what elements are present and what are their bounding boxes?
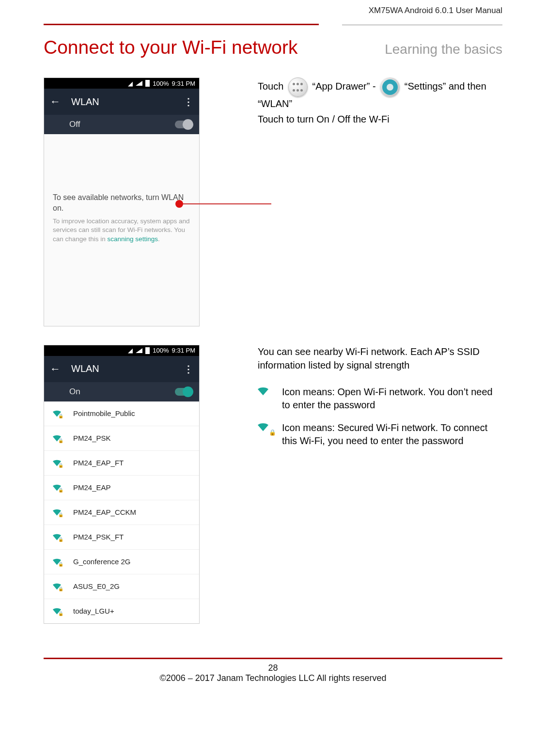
wifi-network-row[interactable]: 🔒PM24_PSK: [44, 426, 199, 450]
wifi-open-icon: [258, 386, 275, 399]
top-rules: [44, 19, 502, 25]
wifi-ssid: PM24_EAP_CCKM: [73, 508, 136, 516]
wifi-ssid: G_conference 2G: [73, 557, 130, 566]
page-title: Connect to your Wi-Fi network: [44, 37, 298, 58]
wifi-network-row[interactable]: 🔒PM24_PSK_FT: [44, 525, 199, 549]
wifi-signal-icon: 🔒: [53, 606, 63, 616]
section-wifi-on: ◢ 100% 9:31 PM ← WLAN ⋮ On 🔒Pointmobile_…: [44, 345, 502, 624]
battery-icon: [145, 347, 150, 354]
battery-percent: 100%: [153, 80, 169, 87]
phone-screenshot-on: ◢ 100% 9:31 PM ← WLAN ⋮ On 🔒Pointmobile_…: [44, 345, 200, 624]
wifi-signal-icon: 🔒: [53, 433, 63, 443]
phone-body-off: To see available networks, turn WLAN on.…: [44, 134, 199, 326]
lock-icon: 🔒: [58, 586, 63, 591]
overflow-menu-icon[interactable]: ⋮: [184, 363, 193, 375]
overflow-menu-icon[interactable]: ⋮: [184, 96, 193, 108]
wifi-network-row[interactable]: 🔒Pointmobile_Public: [44, 401, 199, 426]
text-secured-meaning: Icon means: Secured Wi-Fi network. To co…: [282, 421, 502, 447]
lock-icon: 🔒: [58, 512, 63, 517]
wifi-network-row[interactable]: 🔒today_LGU+: [44, 599, 199, 623]
appbar-title: WLAN: [71, 96, 173, 108]
instructions-off: Touch “App Drawer” - “Settings” and then…: [258, 77, 502, 126]
wlan-off-message: To see available networks, turn WLAN on.: [53, 192, 190, 213]
legend-open-wifi: Icon means: Open Wi-Fi network. You don’…: [258, 386, 502, 412]
wifi-network-row[interactable]: 🔒ASUS_E0_2G: [44, 574, 199, 599]
battery-icon: [145, 80, 150, 87]
wlan-toggle-switch[interactable]: [175, 388, 192, 396]
signal-icon: ◢: [128, 347, 133, 354]
wifi-signal-icon: 🔒: [53, 508, 63, 517]
lock-icon: 🔒: [58, 463, 63, 468]
text-open-meaning: Icon means: Open Wi-Fi network. You don’…: [282, 386, 502, 412]
lock-icon: 🔒: [58, 562, 63, 567]
android-statusbar: ◢ 100% 9:31 PM: [44, 78, 199, 89]
lock-icon: 🔒: [58, 488, 63, 493]
wifi-network-row[interactable]: 🔒G_conference 2G: [44, 549, 199, 574]
text-toggle-instruction: Touch to turn On / Off the W-Fi: [258, 112, 502, 126]
page-number: 28: [44, 663, 502, 673]
wifi-network-row[interactable]: 🔒PM24_EAP_CCKM: [44, 500, 199, 525]
lock-icon: 🔒: [58, 537, 63, 542]
scanning-settings-link[interactable]: scanning settings: [108, 235, 158, 243]
cell-signal-icon: [136, 81, 142, 86]
battery-percent: 100%: [153, 347, 169, 354]
lock-icon: 🔒: [269, 429, 276, 437]
wifi-signal-icon: 🔒: [53, 532, 63, 542]
copyright: ©2006 – 2017 Janam Technologies LLC All …: [44, 673, 502, 683]
wlan-toggle-label: On: [69, 387, 80, 397]
wifi-ssid: today_LGU+: [73, 607, 114, 615]
wifi-network-row[interactable]: 🔒PM24_EAP_FT: [44, 450, 199, 475]
text-on-intro: You can see nearby Wi-Fi network. Each A…: [258, 345, 502, 372]
wifi-signal-icon: 🔒: [53, 483, 63, 493]
wlan-toggle-label: Off: [69, 120, 80, 129]
android-statusbar: ◢ 100% 9:31 PM: [44, 345, 199, 356]
wlan-toggle-row[interactable]: Off: [44, 115, 199, 134]
lock-icon: 🔒: [58, 611, 63, 616]
back-icon[interactable]: ←: [50, 363, 61, 375]
settings-icon: [380, 77, 400, 97]
callout-dot: [175, 200, 183, 208]
instructions-on: You can see nearby Wi-Fi network. Each A…: [258, 345, 502, 447]
doc-header: XM75WA Android 6.0.1 User Manual: [44, 0, 502, 19]
wifi-ssid: ASUS_E0_2G: [73, 582, 120, 590]
signal-icon: ◢: [128, 80, 133, 87]
wlan-toggle-row[interactable]: On: [44, 382, 199, 401]
wifi-ssid: Pointmobile_Public: [73, 409, 135, 417]
legend-secured-wifi: 🔒 Icon means: Secured Wi-Fi network. To …: [258, 421, 502, 447]
wlan-off-submessage: To improve location accuracy, system app…: [53, 217, 190, 244]
back-icon[interactable]: ←: [50, 95, 61, 108]
wifi-network-row[interactable]: 🔒PM24_EAP: [44, 475, 199, 500]
wifi-signal-icon: 🔒: [53, 582, 63, 591]
clock: 9:31 PM: [172, 80, 195, 87]
appbar-title: WLAN: [71, 363, 173, 374]
appbar: ← WLAN ⋮: [44, 89, 199, 115]
section-wifi-off: ◢ 100% 9:31 PM ← WLAN ⋮ Off To see avail…: [44, 77, 502, 326]
wifi-signal-icon: 🔒: [53, 409, 63, 418]
app-drawer-icon: [288, 77, 308, 97]
text-touch: Touch: [258, 81, 283, 92]
wifi-signal-icon: 🔒: [53, 458, 63, 468]
lock-icon: 🔒: [58, 438, 63, 443]
wlan-toggle-switch[interactable]: [175, 121, 192, 128]
appbar: ← WLAN ⋮: [44, 356, 199, 382]
wifi-ssid: PM24_EAP: [73, 483, 111, 492]
wifi-ssid: PM24_PSK: [73, 434, 111, 442]
cell-signal-icon: [136, 348, 142, 353]
text-app-drawer: “App Drawer” -: [312, 81, 376, 92]
page-footer: 28 ©2006 – 2017 Janam Technologies LLC A…: [44, 658, 502, 698]
wifi-ssid: PM24_EAP_FT: [73, 459, 124, 467]
wifi-ssid: PM24_PSK_FT: [73, 533, 124, 541]
wifi-signal-icon: 🔒: [53, 557, 63, 567]
wifi-network-list: 🔒Pointmobile_Public🔒PM24_PSK🔒PM24_EAP_FT…: [44, 401, 199, 623]
callout-line: [179, 203, 271, 204]
clock: 9:31 PM: [172, 347, 195, 354]
lock-icon: 🔒: [58, 414, 63, 418]
page-subtitle: Learning the basics: [385, 42, 502, 57]
wifi-secured-icon: 🔒: [258, 421, 275, 435]
